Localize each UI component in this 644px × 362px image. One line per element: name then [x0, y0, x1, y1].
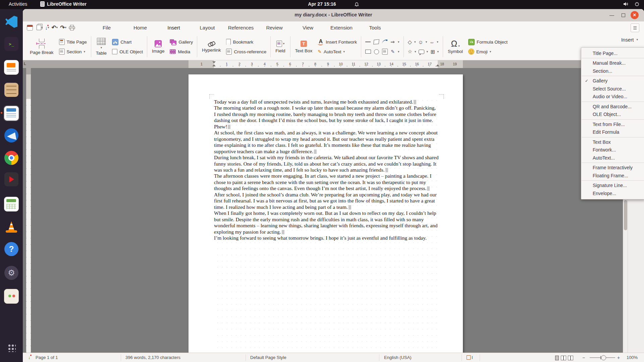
field-button[interactable]: ▾ Field [272, 34, 288, 60]
dock-item-writer[interactable] [3, 105, 19, 121]
insert-line-button[interactable] [365, 42, 371, 42]
save-button[interactable] [26, 23, 34, 32]
text-language[interactable]: English (USA) [384, 355, 412, 360]
tab-review[interactable]: Review [258, 21, 291, 34]
paragraph[interactable]: During lunch break, I sat with my friend… [214, 155, 439, 173]
menu-item-section[interactable]: Section... [581, 67, 644, 75]
menu-item-qr-and-barcode[interactable]: QR and Barcode... [581, 103, 644, 111]
paragraph[interactable]: After school, I joined the school’s dram… [214, 192, 439, 210]
zoom-slider-knob[interactable] [601, 355, 606, 360]
basic-shapes-button[interactable]: ◇ [408, 39, 412, 45]
hyperlink-button[interactable]: Hyperlink [199, 34, 224, 60]
dock-item-thunderbird[interactable] [3, 127, 19, 143]
ole-object-button[interactable]: OLE Object [112, 47, 143, 56]
dock-item-vlc[interactable] [3, 219, 19, 235]
document-text[interactable]: Today was a day full of unexpected twist… [214, 99, 439, 353]
load-url-button[interactable]: ↓▾ [45, 23, 50, 32]
callout-shapes-button[interactable] [419, 50, 424, 54]
system-tray[interactable] [623, 2, 639, 6]
document-page[interactable]: Today was a day full of unexpected twist… [189, 74, 463, 353]
left-indent-marker[interactable] [212, 64, 216, 66]
notification-bell-icon[interactable] [354, 2, 359, 8]
tab-file[interactable]: File [90, 21, 123, 34]
vertical-ruler[interactable] [26, 68, 31, 353]
freeform-line-button[interactable] [373, 39, 379, 45]
draw-functions-button[interactable]: ✎ [391, 49, 395, 54]
menu-item-edit-formula[interactable]: Edit Formula [581, 128, 644, 136]
tab-view[interactable]: View [291, 21, 325, 34]
table-button[interactable]: ▾ Table [93, 34, 110, 60]
tab-stop-selector[interactable]: L [24, 62, 26, 66]
menu-item-audio-or-video[interactable]: Audio or Video... [581, 93, 644, 101]
undo-button[interactable]: ↶▾ [51, 23, 59, 32]
ellipse-button[interactable] [374, 49, 379, 54]
right-indent-marker[interactable] [436, 64, 439, 66]
activities-button[interactable]: Activities [9, 1, 27, 7]
zoom-in-button[interactable]: + [617, 355, 620, 360]
menubar-toggle-button[interactable]: ☰ [631, 23, 639, 32]
single-page-view-button[interactable] [555, 356, 559, 360]
horizontal-ruler[interactable]: L 1 1 2 3 4 5 6 7 8 9 10 11 12 13 14 15 … [23, 60, 644, 68]
zoom-out-button[interactable]: − [582, 355, 585, 360]
text-frame-button[interactable] [382, 49, 388, 55]
clock[interactable]: Apr 27 15:16 [308, 1, 336, 7]
dock-item-files[interactable] [3, 82, 19, 98]
tab-extension[interactable]: Extension [325, 21, 358, 34]
tab-home[interactable]: Home [123, 21, 157, 34]
show-applications-button[interactable] [3, 340, 19, 356]
menu-item-envelope[interactable]: Envelope... [581, 189, 644, 197]
maximize-button[interactable] [619, 11, 627, 19]
minimize-button[interactable]: — [608, 11, 616, 19]
dock-item-snap-store[interactable] [3, 288, 19, 304]
dock-item-settings[interactable]: ⚙ [3, 265, 19, 281]
emoji-button[interactable]: Emoji▾ [468, 47, 507, 56]
paragraph[interactable]: The afternoon classes were more engaging… [214, 173, 439, 191]
cross-reference-button[interactable]: Cross-reference [226, 47, 266, 56]
arrow-shapes-button[interactable]: ⇒ [390, 39, 395, 45]
section-button[interactable]: Section▾ [59, 47, 87, 56]
word-count[interactable]: 396 words, 2,170 characters [125, 355, 180, 360]
document-area[interactable]: Today was a day full of unexpected twist… [23, 68, 644, 353]
autotext-button[interactable]: ✎AutoText▾ [318, 47, 357, 56]
menu-item-autotext[interactable]: AutoText... [581, 154, 644, 162]
flowchart-shapes-button[interactable]: ⊞ [430, 49, 435, 55]
rectangle-button[interactable] [365, 50, 371, 54]
star-shapes-button[interactable]: ☆ [408, 49, 412, 55]
symbol-shapes-button[interactable]: ☺ [418, 39, 423, 45]
tab-references[interactable]: References [224, 21, 258, 34]
dock-item-impress[interactable] [3, 59, 19, 75]
block-arrows-button[interactable]: ⇔ [429, 39, 434, 45]
paste-button[interactable]: ▾ [35, 23, 44, 32]
insert-menu-button[interactable]: Insert ▾ [621, 37, 638, 43]
zoom-percent[interactable]: 100% [627, 355, 638, 360]
menu-item-manual-break[interactable]: Manual Break... [581, 59, 644, 67]
first-line-indent-marker[interactable] [212, 61, 216, 63]
menu-item-text-from-file[interactable]: Text from File... [581, 120, 644, 128]
dock-item-chrome[interactable] [3, 150, 19, 166]
chart-button[interactable]: Chart [112, 38, 143, 46]
menu-item-select-source[interactable]: Select Source... [581, 85, 644, 93]
book-view-button[interactable] [568, 356, 571, 360]
focused-app-indicator[interactable]: LibreOffice Writer [40, 1, 87, 7]
insert-fontwork-button[interactable]: AInsert Fontwork [318, 38, 357, 46]
gallery-button[interactable]: Gallery [170, 38, 193, 46]
menu-item-signature-line[interactable]: Signature Line... [581, 182, 644, 190]
menu-item-gallery[interactable]: ✓Gallery [581, 77, 644, 85]
menu-item-frame-interactively[interactable]: Frame Interactively [581, 164, 644, 172]
title-page-button[interactable]: Title Page [59, 38, 87, 46]
print-button[interactable] [68, 23, 76, 32]
curve-button[interactable] [382, 40, 387, 44]
dock-item-help[interactable]: ? [3, 241, 19, 257]
formula-object-button[interactable]: √aFormula Object [468, 38, 507, 46]
selection-mode[interactable]: I [467, 355, 473, 360]
paragraph[interactable]: When I finally got home, I was completel… [214, 210, 439, 235]
menu-item-fontwork[interactable]: Fontwork... [581, 146, 644, 154]
page-count[interactable]: Page 1 of 1 [36, 355, 58, 360]
scrollbar-thumb[interactable] [624, 200, 627, 230]
symbol-button[interactable]: Ω▾ Symbol [445, 34, 466, 60]
page-break-button[interactable]: Page Break [27, 34, 57, 60]
window-titlebar[interactable]: my diary.docx - LibreOffice Writer — × [23, 9, 644, 22]
tab-layout[interactable]: Layout [191, 21, 224, 34]
unsaved-changes-icon[interactable]: ↓ [28, 355, 31, 360]
dock-item-vscode[interactable] [3, 14, 19, 30]
